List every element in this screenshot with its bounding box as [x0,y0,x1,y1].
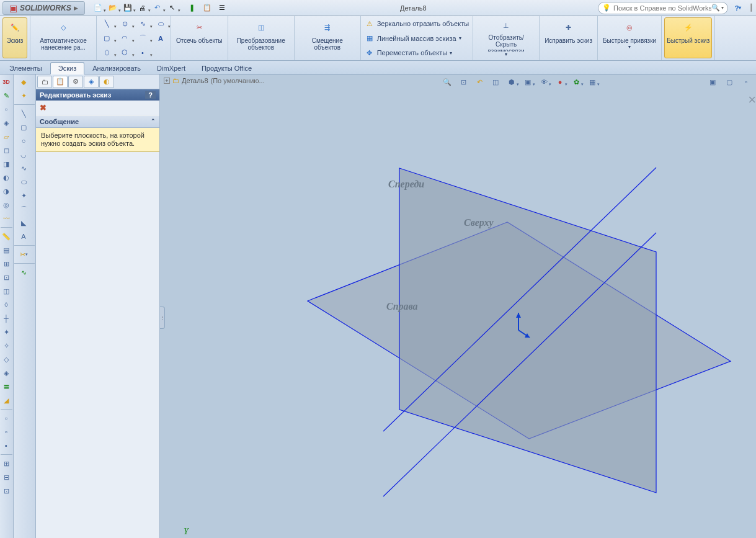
vtool-7[interactable]: ◨ [0,158,12,170]
vtool-16[interactable]: ◫ [0,285,12,297]
vtool-20[interactable]: ✧ [0,339,12,352]
move-entities-button[interactable]: ✥ Переместить объекты ▾ [362,47,455,59]
ellipse-tool[interactable]: ⬭▾ [152,17,169,30]
sketch-button[interactable]: ✏️ Эскиз [2,17,27,58]
display-relations-button[interactable]: ⊥ Отобразить/Скрыть взаимосвязи ▾ [476,17,536,58]
vtool-26[interactable]: ▫ [0,426,12,438]
viewport-button-1[interactable]: ▣ [705,76,720,88]
circle-tool[interactable]: ⊙▾ [116,17,133,30]
v2tool-spline[interactable]: ∿ [14,162,33,174]
print-button[interactable]: 🖨▾ [136,2,149,14]
app-logo[interactable]: ▣ SOLIDWORKS ▶ [2,1,85,15]
appearance-button[interactable]: ●▾ [553,76,567,88]
help-search-input[interactable] [613,4,711,12]
sketch-tool[interactable]: ✎ [0,89,12,102]
panel-tab-feature[interactable]: 🗀 [37,76,52,88]
undo-button[interactable]: ↶▾ [151,2,164,14]
scene-button[interactable]: ✿▾ [569,76,584,88]
tab-dimxpert[interactable]: DimXpert [149,62,193,74]
previous-view-button[interactable]: ↶ [472,76,487,88]
vtool-18[interactable]: ┼ [0,312,12,325]
open-file-button[interactable]: 📂▾ [106,2,120,14]
vtool-5[interactable]: ▱ [0,130,12,143]
v2tool-rect[interactable]: ▢ [14,121,33,133]
v2tool-circle[interactable]: ○ [14,135,33,147]
v2tool-fillet[interactable]: ⌒ [14,203,33,215]
3d-sketch-tool[interactable]: 3D [0,76,12,88]
select-button[interactable]: ↖▾ [166,2,179,14]
panel-tab-config[interactable]: ⚙ [68,76,83,88]
panel-tab-display[interactable]: ◐ [99,76,114,88]
viewport-button-3[interactable]: ▫ [739,76,754,88]
vtool-4[interactable]: ◈ [0,117,12,129]
vtool-27[interactable]: ▪ [0,439,12,452]
vtool-13[interactable]: ▤ [0,244,12,256]
breadcrumb-part[interactable]: Деталь8 [182,77,208,84]
v2tool-chamfer[interactable]: ◣ [14,217,33,229]
vtool-14[interactable]: ⊞ [0,258,12,270]
panel-tab-dim[interactable]: ◈ [84,76,99,88]
vtool-8[interactable]: ◐ [0,171,12,184]
view-orientation-button[interactable]: ⬢▾ [504,76,519,88]
options-button[interactable]: 📋 [200,2,214,14]
vtool-28[interactable]: ⊞ [0,457,12,470]
offset-entities-button[interactable]: ⇶ Смещение объектов [297,17,358,58]
point-tool[interactable]: •▾ [134,46,151,59]
tab-elements[interactable]: Элементы [1,62,50,74]
vtool-29[interactable]: ⊟ [0,471,12,483]
vtool-22[interactable]: ◈ [0,367,12,379]
fillet-tool[interactable]: ⌒▾ [134,32,151,45]
view-settings-button[interactable]: ▦▾ [585,76,600,88]
help-search-box[interactable]: 💡 🔍 ▾ [598,2,728,14]
text-tool[interactable]: A [152,32,169,45]
vtool-12[interactable]: 📏 [0,230,12,243]
vtool-19[interactable]: ✦ [0,326,12,338]
mirror-entities-button[interactable]: ⚠ Зеркально отразить объекты [362,17,471,30]
vtool-17[interactable]: ◊ [0,298,12,311]
list-button[interactable]: ☰ [215,2,229,14]
auto-dimension-button[interactable]: ◇ Автоматическое нанесение ра... [33,17,94,58]
spline-tool[interactable]: ∿▾ [134,17,151,30]
trim-button[interactable]: ✂ Отсечь объекты [174,17,225,58]
tab-sketch[interactable]: Эскиз [50,62,84,74]
panel-tab-property[interactable]: 📋 [53,76,68,88]
v2tool-convert[interactable]: ∿ [14,266,33,279]
linear-pattern-button[interactable]: ▦ Линейный массив эскиза ▾ [362,32,464,45]
hide-show-button[interactable]: 👁▾ [536,76,551,88]
quick-snaps-button[interactable]: ◎ Быстрые привязки ▾ [600,17,659,58]
property-cancel-button[interactable]: ✖ [40,103,47,112]
zoom-area-button[interactable]: ⊡ [456,76,471,88]
v2tool-2[interactable]: ✦ [14,89,33,102]
rectangle-tool[interactable]: ▢▾ [98,32,115,45]
new-file-button[interactable]: 📄▾ [91,2,105,14]
vtool-15[interactable]: ⊡ [0,271,12,284]
line-tool[interactable]: ╲▾ [98,17,115,30]
rapid-sketch-button[interactable]: ⚡ Быстрый эскиз [664,17,712,58]
message-section-header[interactable]: Сообщение ⌃ [36,115,159,128]
v2tool-point[interactable]: ✦ [14,189,33,202]
vtool-25[interactable]: ▫ [0,412,12,424]
section-view-button[interactable]: ◫ [488,76,503,88]
vtool-24[interactable]: ◢ [0,394,12,406]
vtool-21[interactable]: ◇ [0,353,12,365]
display-style-button[interactable]: ▣▾ [520,76,535,88]
v2tool-trim[interactable]: ✂▾ [14,248,33,261]
graphics-canvas[interactable]: Спереди Сверху Справа Y [160,87,756,538]
polygon-tool[interactable]: ⬡▾ [116,46,133,59]
v2tool-line[interactable]: ╲ [14,107,33,120]
expand-icon[interactable]: + [164,78,170,84]
v2tool-ellipse[interactable]: ⬭ [14,176,33,188]
vtool-6[interactable]: ◻ [0,144,12,156]
repair-sketch-button[interactable]: ✚ Исправить эскиз [542,17,595,58]
v2tool-1[interactable]: ◆ [14,76,33,88]
vtool-30[interactable]: ⊡ [0,485,12,497]
vtool-9[interactable]: ◑ [0,185,12,197]
convert-entities-button[interactable]: ◫ Преобразование объектов [231,17,291,58]
v2tool-text[interactable]: A [14,230,33,243]
arc-tool[interactable]: ◠▾ [116,32,133,45]
tab-analyze[interactable]: Анализировать [84,62,149,74]
v2tool-arc[interactable]: ◡ [14,148,33,161]
vtool-10[interactable]: ◎ [0,199,12,211]
help-button[interactable]: ?▾ [732,2,744,14]
vtool-11[interactable]: 〰 [0,212,12,225]
